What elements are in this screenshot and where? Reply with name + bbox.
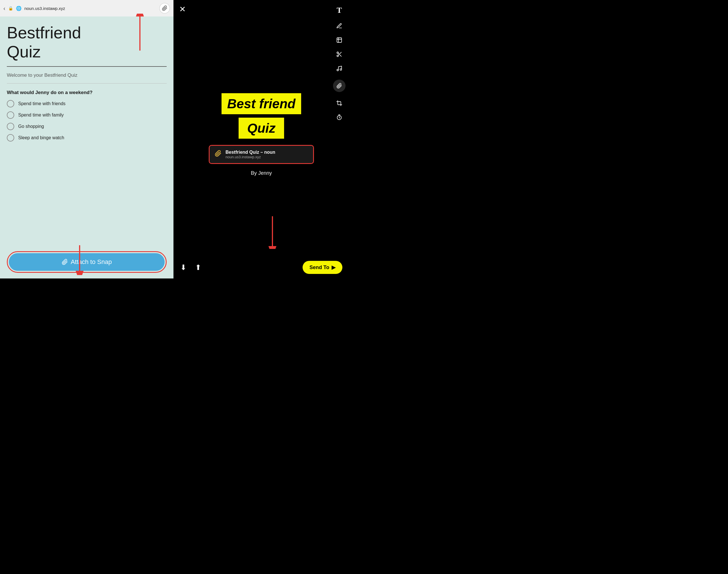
snap-title-text-1: Best friend [227,96,296,111]
download-icon[interactable]: ⬇ [180,263,187,272]
snap-bottom-bar: ⬇ ⬆ Send To ▶ [174,256,349,279]
svg-line-11 [338,53,339,54]
timer-tool-button[interactable] [336,114,342,121]
right-panel: ✕ Best friend Quiz Bestfriend Quiz – nou… [174,0,349,279]
radio-option-2[interactable] [7,111,14,119]
radio-option-1[interactable] [7,100,14,108]
link-card-url: noun.us3.instawp.xyz [226,155,275,159]
crop-tool-button[interactable] [336,100,342,106]
music-tool-button[interactable] [336,65,342,72]
option-item[interactable]: Go shopping [7,123,167,130]
share-icon[interactable]: ⬆ [195,263,201,272]
globe-icon: 🌐 [16,6,22,11]
send-to-label: Send To [309,264,329,271]
question-label: What would Jenny do on a weekend? [7,90,167,95]
snap-close-button[interactable]: ✕ [179,5,186,14]
snap-top-bar: ✕ [174,0,349,18]
sticker-tool-button[interactable] [336,37,342,43]
arrow-down-snap-container [261,215,284,250]
welcome-text: Welcome to your Bestfriend Quiz [7,73,167,78]
browser-url: noun.us3.instawp.xyz [25,6,156,11]
option-label-1: Spend time with friends [18,101,66,106]
radio-option-4[interactable] [7,134,14,141]
arrow-up-indicator [123,14,157,53]
snap-title-block-1: Best friend [222,93,301,114]
option-item[interactable]: Sleep and binge watch [7,134,167,141]
text-tool-button[interactable]: T [337,6,342,15]
svg-point-12 [337,69,339,71]
option-label-3: Go shopping [18,124,44,129]
lock-icon: 🔒 [8,6,13,10]
link-card-icon [215,150,222,159]
link-card-title: Bestfriend Quiz – noun [226,150,275,155]
option-list: Spend time with friends Spend time with … [7,100,167,141]
link-tool-button[interactable] [333,80,346,92]
snap-quiz-block: Quiz [239,118,284,139]
link-card-border: Bestfriend Quiz – noun noun.us3.instawp.… [209,145,314,164]
option-label-4: Sleep and binge watch [18,135,64,140]
paperclip-icon [215,150,222,157]
svg-line-10 [340,55,341,56]
option-label-2: Spend time with family [18,113,64,118]
radio-option-3[interactable] [7,123,14,130]
snap-quiz-text: Quiz [247,121,275,136]
link-card-info: Bestfriend Quiz – noun noun.us3.instawp.… [226,150,275,159]
link-preview-card[interactable]: Bestfriend Quiz – noun noun.us3.instawp.… [209,146,313,163]
back-button[interactable]: ‹ [3,5,5,12]
option-item[interactable]: Spend time with family [7,111,167,119]
attach-icon [62,259,68,265]
arrow-down-left-indicator [74,244,97,275]
snap-bottom-left: ⬇ ⬆ [180,263,201,272]
svg-rect-6 [337,38,342,43]
left-panel: ‹ 🔒 🌐 noun.us3.instawp.xyz Bestfriend Qu… [0,0,174,279]
snap-byline: By Jenny [251,170,272,176]
arrow-down-snap-indicator [261,215,284,249]
svg-point-13 [340,69,342,71]
right-toolbar: T [329,0,349,279]
pen-tool-button[interactable] [336,23,342,29]
scissors-tool-button[interactable] [336,51,342,57]
browser-attach-button[interactable] [159,3,170,14]
option-item[interactable]: Spend time with friends [7,100,167,108]
